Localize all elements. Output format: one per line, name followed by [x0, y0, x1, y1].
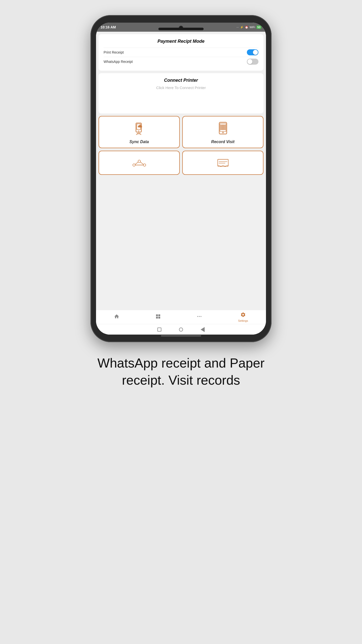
sync-icon	[132, 122, 147, 137]
svg-point-31	[201, 316, 202, 317]
status-icons: ··· ⚡ ⏰ WiFi 53	[237, 25, 261, 29]
sync-data-icon-container	[131, 121, 147, 137]
print-receipt-thumb	[253, 50, 258, 55]
phone-home-bar	[161, 335, 201, 337]
connect-printer-card[interactable]: Connect Printer Click Here To Connect Pr…	[99, 73, 263, 113]
svg-point-2	[138, 131, 139, 132]
svg-point-5	[140, 126, 142, 128]
receipt-icon	[215, 155, 231, 170]
svg-point-30	[199, 316, 200, 317]
svg-rect-26	[218, 159, 228, 166]
phone-body: 10:16 AM ··· ⚡ ⏰ WiFi 53 Payment Recipt …	[90, 15, 272, 342]
payment-receipt-card: Payment Recipt Mode Print Receipt WhatsA…	[99, 34, 263, 71]
caption-text: WhatsApp receipt and Paper receipt. Visi…	[90, 355, 272, 389]
sync-data-button[interactable]: Sync Data	[99, 116, 180, 148]
svg-point-22	[143, 164, 146, 166]
receipt-button[interactable]	[182, 151, 263, 175]
record-visit-button[interactable]: Record Visit	[182, 116, 263, 148]
printer-card-subtitle: Click Here To Connect Printer	[104, 86, 258, 90]
network-icon	[132, 155, 147, 170]
print-receipt-label: Print Receipt	[104, 50, 124, 54]
android-back-square[interactable]	[157, 328, 161, 332]
barcode-icon	[215, 122, 231, 137]
svg-line-23	[135, 162, 138, 165]
svg-point-20	[133, 164, 135, 166]
whatsapp-receipt-thumb	[247, 59, 252, 64]
svg-point-21	[138, 160, 141, 163]
settings-label: Settings	[238, 319, 248, 322]
whatsapp-receipt-toggle[interactable]	[247, 59, 258, 65]
print-receipt-row: Print Receipt	[104, 48, 258, 57]
phone-mockup: 10:16 AM ··· ⚡ ⏰ WiFi 53 Payment Recipt …	[90, 15, 272, 342]
record-visit-icon-container	[215, 121, 231, 137]
home-icon	[114, 314, 119, 320]
payment-card-title: Payment Recipt Mode	[104, 39, 258, 44]
action-grid: Sync Data	[99, 116, 263, 175]
wifi-icon: WiFi	[250, 26, 255, 29]
print-receipt-toggle[interactable]	[247, 49, 258, 55]
nav-home[interactable]	[114, 314, 119, 320]
android-home-circle[interactable]	[179, 328, 183, 332]
bluetooth-icon: ⚡	[240, 26, 244, 29]
record-visit-label: Record Visit	[211, 140, 235, 144]
status-time: 10:16 AM	[101, 25, 116, 29]
whatsapp-receipt-row: WhatsApp Receipt	[104, 57, 258, 66]
svg-point-29	[197, 316, 198, 317]
receipt-icon-container	[215, 155, 231, 171]
grid-icon	[155, 314, 161, 320]
sync-data-label: Sync Data	[129, 140, 149, 144]
nav-grid[interactable]	[155, 314, 161, 320]
android-recents-triangle[interactable]	[201, 327, 205, 332]
alarm-icon: ⏰	[245, 26, 248, 29]
android-nav-bar	[96, 324, 266, 335]
nav-more[interactable]	[197, 314, 202, 320]
network-icon-container	[131, 155, 147, 171]
settings-icon	[240, 312, 246, 319]
bottom-nav: Settings	[96, 310, 266, 324]
battery-icon: 53	[256, 25, 261, 29]
printer-card-title: Connect Printer	[104, 78, 258, 83]
svg-point-19	[222, 132, 223, 133]
phone-speaker	[158, 28, 204, 30]
whatsapp-receipt-label: WhatsApp Receipt	[104, 60, 133, 64]
phone-screen: 10:16 AM ··· ⚡ ⏰ WiFi 53 Payment Recipt …	[96, 23, 266, 335]
network-button[interactable]	[99, 151, 180, 175]
more-icon	[197, 314, 202, 320]
nav-settings[interactable]: Settings	[238, 312, 248, 322]
svg-line-24	[140, 162, 144, 165]
screen-content: Payment Recipt Mode Print Receipt WhatsA…	[96, 32, 266, 310]
signal-dots-icon: ···	[237, 26, 239, 29]
